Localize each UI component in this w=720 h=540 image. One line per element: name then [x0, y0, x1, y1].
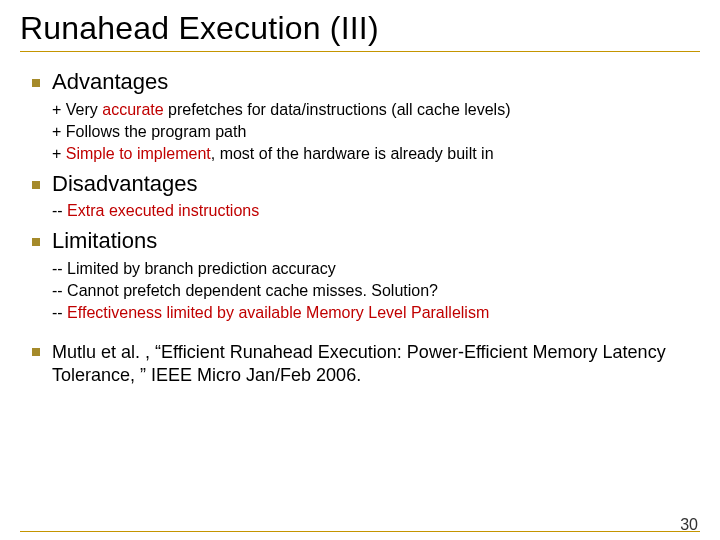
bullet-icon — [32, 348, 40, 356]
advantages-list: + Very accurate prefetches for data/inst… — [52, 100, 700, 164]
emphasis: Effectiveness limited by available Memor… — [67, 304, 489, 321]
text: -- — [52, 202, 67, 219]
text: , most of the hardware is already built … — [211, 145, 494, 162]
adv-line-2: + Simple to implement, most of the hardw… — [52, 144, 700, 164]
reference-line: Mutlu et al. , “Efficient Runahead Execu… — [32, 341, 700, 388]
adv-line-1: + Very accurate prefetches for data/inst… — [52, 100, 700, 120]
text: + — [52, 145, 66, 162]
spacer — [20, 325, 700, 335]
page-number: 30 — [680, 516, 698, 534]
adv-line-1a: + Follows the program path — [52, 122, 700, 142]
section-limitations: Limitations — [32, 227, 700, 255]
emphasis: accurate — [102, 101, 163, 118]
text: + Very — [52, 101, 102, 118]
lim-line-1: -- Limited by branch prediction accuracy — [52, 259, 700, 279]
section-disadvantages: Disadvantages — [32, 170, 700, 198]
emphasis: Extra executed instructions — [67, 202, 259, 219]
slide: Runahead Execution (III) Advantages + Ve… — [0, 0, 720, 540]
bullet-icon — [32, 181, 40, 189]
slide-title: Runahead Execution (III) — [20, 10, 700, 47]
section-heading: Advantages — [52, 68, 168, 96]
text: -- — [52, 304, 67, 321]
lim-line-3: -- Effectiveness limited by available Me… — [52, 303, 700, 323]
slide-body: Advantages + Very accurate prefetches fo… — [20, 68, 700, 387]
disadvantages-list: -- Extra executed instructions — [52, 201, 700, 221]
bullet-icon — [32, 79, 40, 87]
emphasis: Simple to implement — [66, 145, 211, 162]
footer: 30 — [20, 531, 700, 532]
text: prefetches for data/instructions (all ca… — [164, 101, 511, 118]
section-heading: Disadvantages — [52, 170, 198, 198]
lim-line-2: -- Cannot prefetch dependent cache misse… — [52, 281, 700, 301]
reference-text: Mutlu et al. , “Efficient Runahead Execu… — [52, 341, 700, 388]
section-advantages: Advantages — [32, 68, 700, 96]
section-heading: Limitations — [52, 227, 157, 255]
title-divider — [20, 51, 700, 52]
bullet-icon — [32, 238, 40, 246]
dis-line-1: -- Extra executed instructions — [52, 201, 700, 221]
limitations-list: -- Limited by branch prediction accuracy… — [52, 259, 700, 323]
footer-divider — [20, 531, 700, 532]
